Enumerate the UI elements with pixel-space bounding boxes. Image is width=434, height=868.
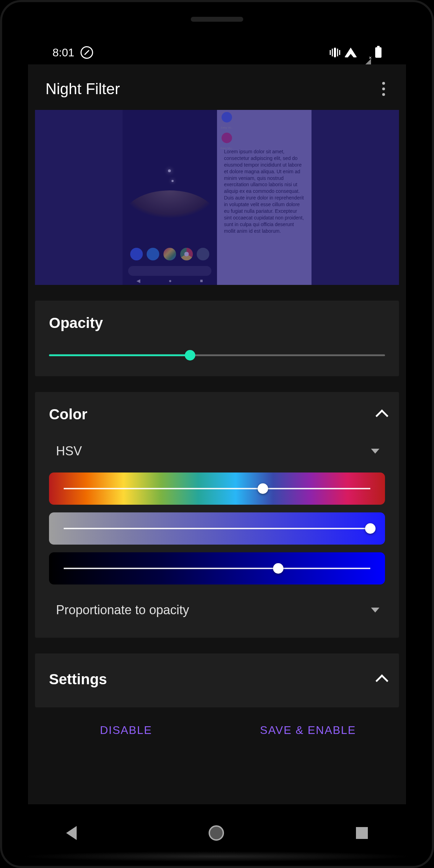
color-mode-label: HSV: [56, 444, 82, 458]
status-time: 8:01: [52, 46, 74, 59]
vibrate-icon: [330, 48, 340, 57]
dnd-icon: [80, 46, 93, 59]
color-mode-dropdown[interactable]: HSV: [49, 437, 385, 472]
chevron-up-icon: [376, 674, 388, 687]
dropdown-caret-icon: [371, 608, 379, 612]
opacity-title: Opacity: [49, 315, 385, 331]
opacity-relation-dropdown[interactable]: Proportionate to opacity: [49, 592, 385, 621]
nav-back-button[interactable]: [66, 826, 77, 840]
device-frame: 8:01 × Night Filter: [0, 0, 434, 868]
value-slider[interactable]: [49, 552, 385, 584]
save-enable-button[interactable]: SAVE & ENABLE: [217, 707, 399, 753]
cell-signal-icon: ×: [361, 46, 371, 59]
device-shadow: [21, 851, 413, 862]
filter-preview: ◀●■ Lorem ipsum dolor sit amet, consecte…: [35, 110, 399, 285]
color-title: Color: [49, 406, 88, 423]
saturation-slider[interactable]: [49, 512, 385, 545]
hue-slider[interactable]: [49, 472, 385, 505]
chevron-up-icon: [376, 410, 388, 422]
nav-home-button[interactable]: [209, 825, 224, 841]
app-header: Night Filter: [28, 64, 406, 110]
dropdown-caret-icon: [371, 449, 379, 454]
status-bar: 8:01 ×: [0, 42, 434, 63]
page-title: Night Filter: [46, 80, 120, 98]
overflow-menu-button[interactable]: [375, 78, 392, 99]
opacity-slider[interactable]: [49, 351, 385, 359]
wifi-icon: [344, 48, 357, 57]
settings-card-header[interactable]: Settings: [49, 671, 385, 688]
disable-button[interactable]: DISABLE: [35, 707, 217, 753]
color-card-header[interactable]: Color: [49, 406, 385, 423]
app-container: Night Filter ◀●■ Lorem ipsum: [28, 64, 406, 804]
device-speaker: [191, 17, 243, 22]
settings-title: Settings: [49, 671, 107, 688]
color-card: Color HSV Proportionate to opacity: [35, 392, 399, 638]
system-nav-bar: [0, 819, 434, 847]
action-bar: DISABLE SAVE & ENABLE: [35, 707, 399, 753]
battery-icon: [375, 47, 382, 58]
opacity-relation-label: Proportionate to opacity: [56, 603, 189, 617]
opacity-card: Opacity: [35, 301, 399, 376]
preview-filter-overlay: [35, 110, 399, 285]
settings-card: Settings: [35, 653, 399, 707]
nav-recent-button[interactable]: [356, 827, 368, 839]
